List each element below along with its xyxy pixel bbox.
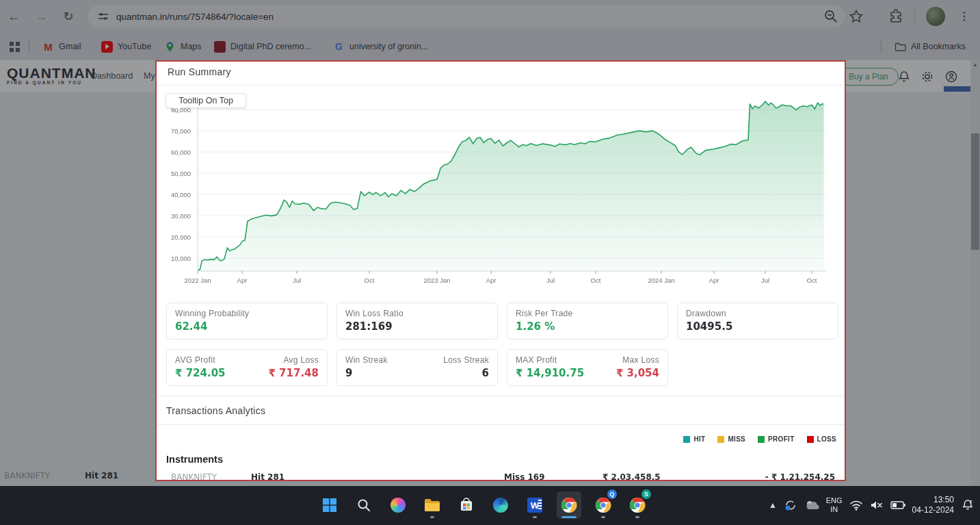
copilot-icon — [390, 498, 406, 513]
chrome-profile-s-button[interactable]: S — [625, 491, 650, 519]
language-indicator[interactable]: ENG IN — [826, 496, 843, 514]
instrument-loss: - ₹ 1,21,254.25 — [765, 472, 835, 481]
legend-swatch — [717, 436, 724, 443]
legend-swatch — [683, 436, 690, 443]
chrome-icon — [629, 497, 646, 513]
legend-label: LOSS — [817, 435, 836, 443]
instrument-profit: ₹ 2,03,458.5 — [602, 472, 661, 481]
stats-row-1: Winning Probability 62.44 Win Loss Ratio… — [166, 303, 839, 340]
time: 13:50 — [912, 495, 954, 505]
instrument-hit: Hit 281 — [251, 472, 284, 481]
x-axis-label: Apr — [486, 277, 496, 284]
stat-winning-probability: Winning Probability 62.44 — [166, 303, 328, 340]
x-axis-label: Jul — [546, 277, 555, 284]
search-icon — [356, 498, 371, 513]
profile-badge-s: S — [641, 489, 651, 499]
y-axis-label: 10,000 — [159, 255, 191, 262]
legend-label: MISS — [728, 435, 745, 443]
windows-taskbar: W — [0, 486, 980, 525]
instrument-miss: Miss 169 — [504, 472, 545, 481]
x-axis-label: Oct — [365, 277, 375, 284]
instrument-name: BANKNIFTY — [171, 472, 217, 481]
x-axis-label: 2022 Jan — [184, 277, 211, 284]
stat-risk-per-trade: Risk Per Trade 1.26 % — [507, 303, 668, 340]
chrome-profile-q-button[interactable]: Q — [591, 491, 615, 519]
legend-label: PROFIT — [768, 435, 794, 443]
x-axis-label: Jul — [761, 277, 769, 284]
y-axis-label: 50,000 — [159, 170, 191, 177]
x-axis-label: Oct — [591, 277, 601, 284]
wifi-icon[interactable] — [849, 500, 863, 511]
section-divider — [157, 396, 845, 396]
edge-button[interactable] — [488, 491, 513, 519]
store-icon — [459, 498, 474, 513]
legend-item[interactable]: PROFIT — [758, 435, 794, 443]
stat-win-loss-ratio: Win Loss Ratio 281:169 — [336, 303, 498, 340]
stat-avg-profit-loss: AVG Profit ₹ 724.05 Avg Loss ₹ 717.48 — [166, 349, 328, 386]
y-axis-label: 80,000 — [159, 106, 191, 114]
legend-item[interactable]: HIT — [683, 435, 705, 443]
modal-title: Run Summary — [168, 66, 231, 77]
y-axis-label: 40,000 — [159, 191, 191, 199]
profile-badge-q: Q — [607, 489, 617, 499]
sync-icon[interactable] — [784, 498, 797, 512]
stats-row-2: AVG Profit ₹ 724.05 Avg Loss ₹ 717.48 Wi… — [166, 349, 839, 386]
instruments-title: Instruments — [166, 454, 223, 465]
legend-label: HIT — [693, 435, 705, 443]
y-axis-label: 20,000 — [159, 233, 191, 241]
y-axis-label: 60,000 — [159, 149, 191, 156]
chrome-icon — [561, 497, 577, 513]
stat-drawdown: Drawdown 10495.5 — [677, 303, 838, 340]
run-summary-modal: Run Summary Tooltip On Top 10,00020,0003… — [155, 60, 846, 481]
volume-muted-icon[interactable] — [870, 500, 884, 511]
tray-chevron-icon[interactable]: ▲ — [769, 500, 777, 510]
chrome-button-active[interactable] — [557, 491, 581, 519]
equity-curve-chart[interactable]: 10,00020,00030,00040,00050,00060,00070,0… — [157, 101, 845, 285]
legend-swatch — [758, 436, 765, 443]
copilot-button[interactable] — [386, 491, 410, 519]
y-axis-label: 30,000 — [159, 212, 191, 220]
transactions-analytics-title: Transactions Analytics — [166, 405, 265, 416]
legend-item[interactable]: LOSS — [807, 435, 836, 443]
x-axis-label: Apr — [237, 277, 248, 284]
legend-swatch — [807, 436, 814, 443]
notification-bell-icon[interactable]: z — [961, 498, 975, 512]
legend-item[interactable]: MISS — [717, 435, 745, 443]
edge-icon — [493, 498, 508, 513]
file-explorer-button[interactable] — [420, 491, 445, 519]
x-axis-label: 2024 Jan — [648, 277, 674, 284]
chrome-icon — [595, 497, 611, 513]
stat-streaks: Win Streak 9 Loss Streak 6 — [336, 349, 498, 386]
section-divider-2 — [157, 424, 845, 425]
x-axis-label: Apr — [709, 277, 719, 284]
stat-max-profit-loss: MAX Profit ₹ 14,910.75 Max Loss ₹ 3,054 — [507, 349, 668, 386]
transactions-legend: HITMISSPROFITLOSS — [683, 435, 836, 443]
word-button[interactable]: W — [522, 491, 547, 519]
modal-divider — [157, 85, 845, 86]
file-explorer-icon — [424, 498, 440, 513]
battery-icon[interactable] — [890, 500, 905, 510]
x-axis-label: Jul — [293, 277, 301, 284]
clock[interactable]: 13:50 04-12-2024 — [912, 495, 954, 515]
word-icon: W — [527, 498, 542, 513]
windows-logo-icon — [322, 498, 337, 513]
svg-text:z: z — [970, 499, 972, 504]
x-axis-label: Oct — [807, 277, 817, 284]
x-axis-label: 2023 Jan — [423, 277, 450, 284]
weather-icon[interactable] — [804, 499, 819, 511]
start-button[interactable] — [317, 491, 342, 519]
search-button[interactable] — [352, 491, 376, 519]
date: 04-12-2024 — [912, 505, 954, 515]
instruments-row[interactable]: BANKNIFTY Hit 281 Miss 169 ₹ 2,03,458.5 … — [157, 472, 845, 481]
y-axis-label: 70,000 — [159, 127, 191, 135]
screen: ← → ↻ quantman.in/runs/7574864/?locale=e… — [0, 0, 980, 525]
microsoft-store-button[interactable] — [454, 491, 479, 519]
